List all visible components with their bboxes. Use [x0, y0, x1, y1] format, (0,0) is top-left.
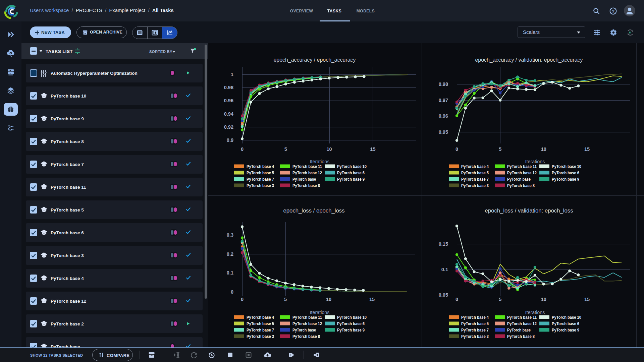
- svg-text:15: 15: [370, 146, 375, 152]
- svg-text:PyTorch base 9: PyTorch base 9: [552, 177, 579, 182]
- svg-text:PyTorch base 12: PyTorch base 12: [292, 170, 322, 175]
- svg-text:PyTorch base 11: PyTorch base 11: [292, 315, 322, 320]
- svg-text:0: 0: [241, 297, 244, 302]
- svg-text:PyTorch base 4: PyTorch base 4: [247, 164, 274, 169]
- svg-text:PyTorch base 6: PyTorch base 6: [337, 170, 365, 175]
- svg-text:PyTorch base 12: PyTorch base 12: [507, 170, 537, 175]
- svg-text:10: 10: [327, 146, 332, 152]
- svg-text:0.97: 0.97: [439, 98, 448, 103]
- svg-text:0.9: 0.9: [227, 137, 233, 143]
- svg-text:0.96: 0.96: [439, 113, 448, 119]
- svg-text:Iterations: Iterations: [525, 310, 545, 315]
- svg-text:0: 0: [455, 146, 458, 152]
- svg-text:0.15: 0.15: [439, 241, 448, 247]
- svg-text:10: 10: [541, 146, 546, 152]
- svg-text:PyTorch base 3: PyTorch base 3: [247, 334, 274, 339]
- svg-text:PyTorch base 6: PyTorch base 6: [552, 170, 579, 175]
- svg-text:0.3: 0.3: [227, 232, 233, 238]
- svg-text:PyTorch base 6: PyTorch base 6: [337, 321, 365, 326]
- svg-text:0.1: 0.1: [441, 267, 448, 272]
- svg-text:0.2: 0.2: [227, 251, 233, 257]
- svg-text:0: 0: [231, 289, 233, 295]
- svg-text:5: 5: [499, 146, 501, 152]
- svg-text:15: 15: [584, 297, 590, 302]
- svg-text:PyTorch base 10: PyTorch base 10: [552, 315, 581, 320]
- svg-text:0.92: 0.92: [224, 124, 233, 130]
- svg-text:PyTorch base 12: PyTorch base 12: [507, 321, 537, 326]
- svg-text:PyTorch base 8: PyTorch base 8: [292, 334, 320, 339]
- svg-text:PyTorch base 10: PyTorch base 10: [337, 315, 367, 320]
- svg-text:epoch_loss / epoch_loss: epoch_loss / epoch_loss: [283, 207, 345, 214]
- svg-text:PyTorch base 7: PyTorch base 7: [247, 327, 274, 333]
- svg-text:PyTorch base 4: PyTorch base 4: [247, 315, 274, 320]
- svg-text:5: 5: [284, 297, 287, 302]
- svg-text:epoch_loss / validation: epoch: epoch_loss / validation: epoch_loss: [485, 207, 573, 214]
- svg-text:PyTorch base 5: PyTorch base 5: [461, 170, 489, 175]
- svg-text:0: 0: [455, 297, 458, 302]
- svg-text:PyTorch base 5: PyTorch base 5: [247, 321, 274, 326]
- svg-text:?: ?: [612, 9, 614, 14]
- svg-text:PyTorch base: PyTorch base: [292, 327, 316, 333]
- svg-text:PyTorch base: PyTorch base: [292, 177, 316, 182]
- svg-text:0.05: 0.05: [439, 292, 448, 298]
- svg-text:0.98: 0.98: [224, 85, 233, 90]
- svg-text:PyTorch base: PyTorch base: [507, 177, 531, 182]
- svg-text:10: 10: [326, 297, 331, 302]
- svg-text:Iterations: Iterations: [310, 310, 330, 315]
- svg-text:0.98: 0.98: [439, 81, 448, 87]
- svg-text:5: 5: [284, 146, 287, 152]
- svg-text:15: 15: [584, 146, 590, 152]
- svg-text:PyTorch base 7: PyTorch base 7: [461, 177, 489, 182]
- svg-text:1: 1: [231, 72, 233, 77]
- svg-text:PyTorch base 3: PyTorch base 3: [247, 183, 274, 188]
- svg-text:PyTorch base 5: PyTorch base 5: [247, 170, 274, 175]
- svg-text:PyTorch base 9: PyTorch base 9: [337, 177, 365, 182]
- svg-text:PyTorch base 9: PyTorch base 9: [552, 327, 579, 333]
- svg-text:PyTorch base 8: PyTorch base 8: [292, 183, 320, 188]
- svg-text:PyTorch base 7: PyTorch base 7: [247, 177, 274, 182]
- svg-text:10: 10: [541, 297, 546, 302]
- svg-text:PyTorch base 11: PyTorch base 11: [507, 315, 537, 320]
- svg-text:5: 5: [499, 297, 501, 302]
- svg-text:0: 0: [241, 146, 244, 152]
- svg-text:PyTorch base 12: PyTorch base 12: [292, 321, 322, 326]
- svg-text:0.1: 0.1: [227, 270, 233, 276]
- svg-text:epoch_accuracy / validation: e: epoch_accuracy / validation: epoch_accur…: [475, 57, 583, 63]
- svg-text:PyTorch base 7: PyTorch base 7: [461, 327, 489, 333]
- svg-text:PyTorch base 11: PyTorch base 11: [507, 164, 537, 169]
- svg-text:0.94: 0.94: [224, 111, 233, 117]
- svg-text:0.96: 0.96: [224, 98, 233, 103]
- svg-text:PyTorch base 10: PyTorch base 10: [552, 164, 581, 169]
- svg-text:Iterations: Iterations: [525, 159, 545, 164]
- svg-text:PyTorch base 6: PyTorch base 6: [552, 321, 579, 326]
- svg-text:Iterations: Iterations: [310, 159, 330, 164]
- svg-text:PyTorch base 8: PyTorch base 8: [507, 334, 535, 339]
- svg-text:15: 15: [369, 297, 375, 302]
- svg-text:PyTorch base 3: PyTorch base 3: [461, 183, 489, 188]
- svg-text:PyTorch base 3: PyTorch base 3: [461, 334, 489, 339]
- svg-text:PyTorch base 11: PyTorch base 11: [292, 164, 322, 169]
- svg-text:PyTorch base 9: PyTorch base 9: [337, 327, 365, 333]
- svg-text:PyTorch base 5: PyTorch base 5: [461, 321, 489, 326]
- svg-text:0.95: 0.95: [439, 129, 448, 135]
- svg-text:epoch_accuracy / epoch_accurac: epoch_accuracy / epoch_accuracy: [274, 57, 356, 63]
- svg-text:PyTorch base 4: PyTorch base 4: [461, 315, 489, 320]
- svg-text:PyTorch base: PyTorch base: [507, 327, 531, 333]
- svg-text:PyTorch base 10: PyTorch base 10: [337, 164, 367, 169]
- svg-text:PyTorch base 4: PyTorch base 4: [461, 164, 489, 169]
- svg-text:PyTorch base 8: PyTorch base 8: [507, 183, 535, 188]
